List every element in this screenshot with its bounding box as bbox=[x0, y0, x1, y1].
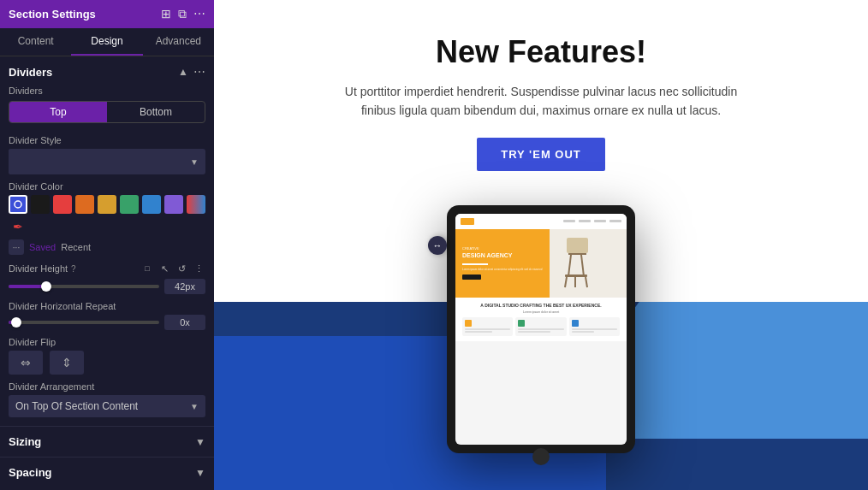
divider-horizontal-repeat-row: Divider Horizontal Repeat 0x bbox=[0, 298, 214, 334]
dividers-sub-label: Dividers bbox=[0, 84, 214, 101]
color-swatch-gradient[interactable] bbox=[187, 195, 205, 214]
reset-icon[interactable]: ↺ bbox=[175, 262, 188, 275]
divider-arrangement-value: On Top Of Section Content bbox=[15, 400, 190, 412]
tablet-logo bbox=[461, 218, 474, 225]
color-swatch-blue-active[interactable] bbox=[9, 195, 27, 214]
top-bottom-toggle: Top Bottom bbox=[9, 101, 205, 123]
divider-flip-label: Divider Flip bbox=[9, 337, 205, 347]
eyedropper-tool-icon[interactable]: ✒ bbox=[9, 217, 27, 236]
detach-icon[interactable]: ⧉ bbox=[178, 7, 187, 21]
divider-style-row: Divider Style ▼ bbox=[0, 132, 214, 178]
color-swatch-yellow[interactable] bbox=[98, 195, 116, 214]
arrangement-arrow-icon: ▼ bbox=[190, 402, 199, 411]
tablet-card-icon-1 bbox=[465, 320, 472, 327]
top-button[interactable]: Top bbox=[9, 102, 107, 122]
svg-rect-1 bbox=[567, 238, 588, 253]
tablet-card-line bbox=[518, 328, 563, 330]
subtitle-line2: finibus ligula quam bibendum dui, maximu… bbox=[361, 103, 721, 117]
bottom-button[interactable]: Bottom bbox=[107, 102, 205, 122]
tablet-top-bar bbox=[455, 214, 627, 229]
spacing-section[interactable]: Spacing ▼ bbox=[0, 457, 214, 487]
tablet-hero-small-text: CREATIVE bbox=[462, 246, 543, 251]
tablet-nav-item bbox=[609, 220, 621, 222]
svg-line-6 bbox=[565, 277, 567, 287]
tablet-chair-illustration bbox=[550, 229, 601, 298]
tab-design[interactable]: Design bbox=[71, 28, 142, 56]
tabs-bar: Content Design Advanced bbox=[0, 28, 214, 56]
spacing-chevron-icon: ▼ bbox=[195, 467, 205, 479]
divider-flip-row: Divider Flip ⇔ ⇕ bbox=[0, 334, 214, 378]
tablet-card-line bbox=[572, 328, 617, 330]
divider-arrangement-row: Divider Arrangement On Top Of Section Co… bbox=[0, 378, 214, 426]
tablet-home-button bbox=[532, 448, 550, 465]
divider-color-row: Divider Color ✒ ··· Saved Recent bbox=[0, 178, 214, 258]
divider-repeat-slider[interactable] bbox=[9, 321, 159, 324]
tab-content[interactable]: Content bbox=[0, 28, 71, 56]
color-dots-more[interactable]: ··· bbox=[9, 239, 24, 255]
svg-line-7 bbox=[586, 277, 587, 287]
color-swatch-blue[interactable] bbox=[142, 195, 161, 214]
sidebar-body: Dividers ▲ ⋯ Dividers Top Bottom Divider… bbox=[0, 56, 214, 490]
divider-arrangement-select[interactable]: On Top Of Section Content ▼ bbox=[9, 395, 205, 417]
divider-style-label: Divider Style bbox=[9, 135, 205, 145]
divider-height-header: Divider Height ? □ ↖ ↺ ⋮ bbox=[9, 262, 205, 275]
tablet-card-icon-2 bbox=[518, 320, 525, 327]
svg-line-3 bbox=[568, 255, 571, 276]
tablet-nav-items bbox=[563, 220, 621, 222]
recent-label[interactable]: Recent bbox=[61, 242, 91, 252]
tablet-hero-large-text: DESIGN AGENCY bbox=[462, 252, 543, 259]
tab-advanced[interactable]: Advanced bbox=[143, 28, 214, 56]
window-icon[interactable]: ⊞ bbox=[161, 7, 171, 21]
main-content: New Features! Ut porttitor imperdiet hen… bbox=[214, 0, 868, 490]
divider-height-input[interactable]: 42px bbox=[164, 279, 205, 294]
tablet-mockup: CREATIVE DESIGN AGENCY Lorem ipsum dolor… bbox=[447, 205, 635, 453]
tablet-cta-btn bbox=[462, 275, 481, 280]
divider-height-row: Divider Height ? □ ↖ ↺ ⋮ 42px bbox=[0, 258, 214, 298]
subtitle-line1: Ut porttitor imperdiet hendrerit. Suspen… bbox=[345, 85, 737, 98]
main-subtitle: Ut porttitor imperdiet hendrerit. Suspen… bbox=[345, 82, 737, 121]
sidebar-header: Section Settings ⊞ ⧉ ⋯ bbox=[0, 0, 214, 28]
svg-line-4 bbox=[581, 255, 584, 276]
dividers-section-header: Dividers ▲ ⋯ bbox=[0, 56, 214, 84]
saved-recent-row: ··· Saved Recent bbox=[9, 239, 205, 255]
divider-height-body: 42px bbox=[9, 279, 205, 294]
color-swatch-purple[interactable] bbox=[164, 195, 183, 214]
tablet-nav-item bbox=[594, 220, 606, 222]
more-options-icon[interactable]: ⋯ bbox=[193, 7, 205, 21]
color-swatches: ✒ bbox=[9, 195, 205, 236]
sidebar-expand-button[interactable]: ↔ bbox=[428, 236, 447, 255]
color-swatch-green[interactable] bbox=[120, 195, 139, 214]
tablet-hero: CREATIVE DESIGN AGENCY Lorem ipsum dolor… bbox=[455, 229, 627, 298]
more-height-icon[interactable]: ⋮ bbox=[192, 262, 205, 275]
tablet-nav-item bbox=[579, 220, 591, 222]
flip-vertical-button[interactable]: ⇕ bbox=[50, 351, 84, 375]
main-title: New Features! bbox=[436, 34, 646, 70]
cursor-icon[interactable]: ↖ bbox=[158, 262, 171, 275]
tablet-sec2-title: A DIGITAL STUDIO CRAFTING THE BEST UX EX… bbox=[462, 303, 620, 308]
slider-thumb-repeat[interactable] bbox=[11, 317, 21, 328]
tablet-screen: CREATIVE DESIGN AGENCY Lorem ipsum dolor… bbox=[455, 214, 627, 445]
collapse-dividers-icon[interactable]: ▲ bbox=[178, 66, 188, 78]
try-button[interactable]: TRY 'EM OUT bbox=[477, 138, 605, 171]
divider-height-help-icon[interactable]: ? bbox=[71, 264, 76, 274]
slider-thumb[interactable] bbox=[41, 281, 51, 292]
divider-height-slider[interactable] bbox=[9, 285, 159, 288]
unit-icon[interactable]: □ bbox=[140, 262, 154, 275]
sizing-title: Sizing bbox=[9, 435, 41, 448]
dividers-more-icon[interactable]: ⋯ bbox=[193, 65, 205, 79]
sizing-chevron-icon: ▼ bbox=[195, 436, 205, 448]
saved-label[interactable]: Saved bbox=[29, 242, 56, 252]
sizing-section[interactable]: Sizing ▼ bbox=[0, 426, 214, 457]
dividers-section-title: Dividers bbox=[9, 66, 52, 79]
divider-height-label: Divider Height bbox=[9, 263, 68, 274]
spacing-title: Spacing bbox=[9, 466, 52, 479]
divider-repeat-input[interactable]: 0x bbox=[164, 315, 205, 330]
divider-style-preview[interactable] bbox=[9, 149, 205, 174]
divider-horizontal-repeat-label: Divider Horizontal Repeat bbox=[9, 301, 205, 311]
flip-horizontal-button[interactable]: ⇔ bbox=[9, 351, 43, 375]
color-swatch-orange[interactable] bbox=[75, 195, 94, 214]
color-swatch-red[interactable] bbox=[53, 195, 72, 214]
color-swatch-black[interactable] bbox=[31, 195, 50, 214]
main-inner: New Features! Ut porttitor imperdiet hen… bbox=[214, 0, 868, 453]
tablet-card-3 bbox=[569, 317, 620, 336]
